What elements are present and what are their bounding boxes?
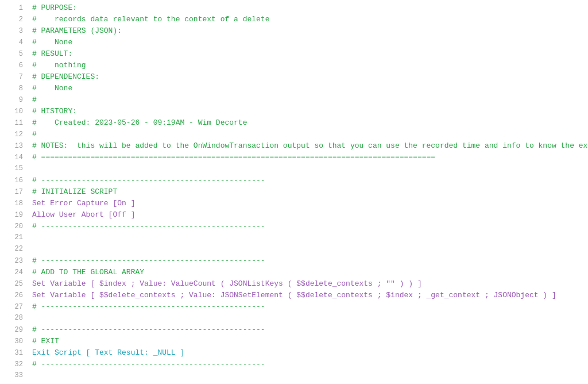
line-content: # PURPOSE: [32, 2, 583, 14]
line-number: 22 [5, 244, 23, 254]
token: # EXIT [32, 337, 59, 345]
line-number: 23 [5, 256, 23, 266]
line-content: Set Variable [ $$delete_contexts ; Value… [32, 290, 583, 301]
line-content: # --------------------------------------… [32, 255, 583, 267]
line-number: 19 [5, 210, 23, 220]
code-line: 24# ADD TO THE GLOBAL ARRAY [0, 267, 588, 278]
line-content: # NOTES: this will be added to the OnWin… [32, 140, 588, 152]
code-line: 14# ====================================… [0, 152, 588, 163]
line-content: Allow User Abort [Off ] [32, 209, 583, 221]
code-line: 1# PURPOSE: [0, 2, 588, 14]
line-content: # [32, 129, 583, 140]
line-content: # nothing [32, 60, 583, 71]
line-content: # records data relevant to the context o… [32, 14, 583, 25]
line-number: 17 [5, 187, 23, 197]
line-number: 3 [5, 26, 23, 36]
code-line: 10# HISTORY: [0, 106, 588, 117]
line-content: # --------------------------------------… [32, 221, 583, 232]
line-number: 32 [5, 359, 23, 370]
line-content: # Created: 2023-05-26 - 09:19AM - Wim De… [32, 117, 583, 129]
line-content: Set Error Capture [On ] [32, 198, 583, 209]
token: Set Variable [ $index ; Value: ValueCoun… [32, 279, 422, 288]
line-number: 15 [5, 163, 23, 174]
line-content: # EXIT [32, 336, 583, 347]
token: # --------------------------------------… [32, 302, 265, 311]
token: Set Variable [ $$delete_contexts ; Value… [32, 291, 556, 299]
token: # ======================================… [32, 153, 435, 162]
token: # --------------------------------------… [32, 222, 265, 231]
code-line: 30# EXIT [0, 336, 588, 347]
line-number: 33 [5, 370, 23, 381]
token: Allow User Abort [Off ] [32, 210, 135, 219]
code-line: 32# ------------------------------------… [0, 359, 588, 370]
line-number: 18 [5, 198, 23, 209]
code-line: 13# NOTES: this will be added to the OnW… [0, 140, 588, 152]
token: # INITIALIZE SCRIPT [32, 187, 117, 196]
line-content: # PARAMETERS (JSON): [32, 25, 583, 37]
token: # RESULT: [32, 49, 72, 58]
code-line: 9# [0, 94, 588, 106]
code-editor: 1# PURPOSE:2# records data relevant to t… [0, 0, 588, 384]
line-number: 6 [5, 60, 23, 71]
line-number: 16 [5, 175, 23, 186]
code-line: 3# PARAMETERS (JSON): [0, 25, 588, 37]
token: Exit Script [ Text Result: _NULL ] [32, 348, 184, 357]
token: # NOTES: this will be added to the OnWin… [32, 141, 588, 150]
line-number: 11 [5, 118, 23, 128]
code-line: 11# Created: 2023-05-26 - 09:19AM - Wim … [0, 117, 588, 129]
code-line: 27# ------------------------------------… [0, 301, 588, 313]
code-line: 6# nothing [0, 60, 588, 71]
code-line: 33 [0, 370, 588, 382]
line-number: 7 [5, 72, 23, 82]
token: # PARAMETERS (JSON): [32, 26, 122, 35]
line-number: 21 [5, 232, 23, 243]
line-content: # --------------------------------------… [32, 324, 583, 336]
line-number: 28 [5, 313, 23, 323]
token: # None [32, 38, 72, 47]
line-number: 31 [5, 348, 23, 358]
code-line: 20# ------------------------------------… [0, 221, 588, 232]
line-content: # --------------------------------------… [32, 175, 583, 186]
line-content: Set Variable [ $index ; Value: ValueCoun… [32, 278, 583, 290]
code-line: 8# None [0, 83, 588, 94]
token: # [32, 130, 37, 139]
line-number: 8 [5, 83, 23, 94]
token: # --------------------------------------… [32, 325, 265, 334]
code-line: 2# records data relevant to the context … [0, 14, 588, 25]
code-line: 29# ------------------------------------… [0, 324, 588, 336]
code-line: 31Exit Script [ Text Result: _NULL ] [0, 347, 588, 359]
line-number: 30 [5, 336, 23, 347]
code-line: 19Allow User Abort [Off ] [0, 209, 588, 221]
line-number: 2 [5, 14, 23, 25]
code-line: 18Set Error Capture [On ] [0, 198, 588, 209]
token: # Created: 2023-05-26 - 09:19AM - Wim De… [32, 118, 247, 127]
code-line: 4# None [0, 37, 588, 48]
code-line: 22 [0, 244, 588, 255]
line-number: 25 [5, 279, 23, 289]
line-content: # None [32, 83, 583, 94]
token: # --------------------------------------… [32, 256, 265, 265]
code-line: 5# RESULT: [0, 48, 588, 60]
code-line: 25Set Variable [ $index ; Value: ValueCo… [0, 278, 588, 290]
line-content: # HISTORY: [32, 106, 583, 117]
line-number: 13 [5, 141, 23, 151]
code-line: 21 [0, 232, 588, 244]
line-number: 27 [5, 302, 23, 312]
token: # [32, 95, 37, 104]
line-content: # ADD TO THE GLOBAL ARRAY [32, 267, 583, 278]
token: # ADD TO THE GLOBAL ARRAY [32, 268, 144, 277]
line-number: 26 [5, 290, 23, 301]
token: # --------------------------------------… [32, 176, 265, 185]
line-number: 12 [5, 129, 23, 140]
line-content: # [32, 94, 583, 106]
token: Set Error Capture [On ] [32, 199, 135, 208]
token: # PURPOSE: [32, 3, 77, 12]
line-content: # ======================================… [32, 152, 583, 163]
line-number: 29 [5, 325, 23, 335]
line-content: # INITIALIZE SCRIPT [32, 186, 583, 198]
line-content: Exit Script [ Text Result: _NULL ] [32, 347, 583, 359]
line-number: 4 [5, 37, 23, 48]
code-line: 17# INITIALIZE SCRIPT [0, 186, 588, 198]
code-line: 16# ------------------------------------… [0, 175, 588, 186]
line-number: 20 [5, 221, 23, 232]
